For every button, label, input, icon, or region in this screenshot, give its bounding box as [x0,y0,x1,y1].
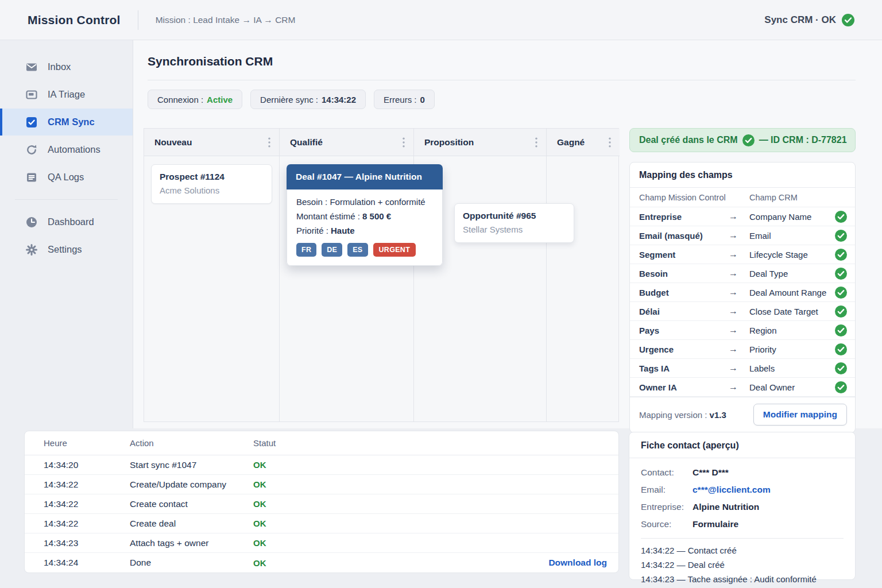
tag-de: DE [322,243,342,257]
deal-card[interactable]: Deal #1047 — Alpine Nutrition Besoin : F… [287,164,443,266]
kanban-column-title: Qualifié [290,137,323,148]
kanban-column-header: Nouveau [144,129,279,156]
kanban-board: Nouveau Prospect #1124 Acme Solutions [144,128,619,422]
modify-mapping-button[interactable]: Modifier mapping [753,404,847,425]
sidebar-divider [15,199,118,200]
banner-text: Deal çréé dans le CRM [639,135,738,145]
arrow-icon: → [729,230,749,241]
check-circle-icon [835,362,847,374]
deal-line-value: Haute [331,226,355,235]
sidebar-item-settings[interactable]: Settings [0,236,133,263]
contact-email-link[interactable]: c***@licclient.com [693,485,844,495]
sidebar-item-dashboard[interactable]: Dashboard [0,208,133,235]
sidebar-item-label: IA Triage [48,89,85,100]
check-circle-icon [835,305,847,318]
check-circle-icon [842,14,854,26]
gear-icon [25,243,38,256]
download-log-link[interactable]: Download log [548,558,618,568]
check-circle-icon [835,268,847,280]
main-content: Synchronisation CRM Connexion : Active D… [133,40,882,428]
table-row: 14:34:23 Attach tags + owner OK [25,533,618,553]
log-col-heure: Heure [44,438,130,448]
status-badge: OK [253,519,305,528]
arrow-icon: → [729,268,749,278]
banner-crm-id: — ID CRM : D-77821 [759,135,847,145]
kebab-menu-icon[interactable] [608,136,612,149]
sidebar-item-crm-sync[interactable]: CRM Sync [0,109,133,136]
sidebar: Inbox IA Triage CRM Sync Automations QA … [0,40,133,428]
check-circle-icon [742,134,755,146]
deal-line-label: Priorité : [296,226,328,235]
arrow-icon: → [729,325,749,335]
status-chips: Connexion : Active Dernière sync : 14:34… [148,90,882,109]
prospect-card[interactable]: Prospect #1124 Acme Solutions [151,164,272,204]
contact-panel-title: Fiche contact (aperçu) [629,432,855,458]
opportunity-card[interactable]: Opportunité #965 Stellar Systems [454,203,574,243]
mapping-row: Budget → Deal Amount Range [630,283,855,302]
kebab-menu-icon[interactable] [267,136,272,149]
check-circle-icon [835,343,847,355]
arrow-icon: → [729,249,749,260]
status-badge: OK [253,558,305,568]
kanban-column-body: Prospect #1124 Acme Solutions [144,156,279,212]
mapping-row: Segment → Lifecycle Stage [630,245,855,264]
check-circle-icon [835,211,847,223]
sidebar-item-label: QA Logs [48,172,84,183]
sidebar-item-label: Inbox [48,61,71,72]
crm-check-icon [25,116,38,129]
app-title: Mission Control [28,13,121,27]
breadcrumb: Mission : Lead Intake → IA → CRM [156,15,296,25]
sync-status-text: Sync CRM · OK [764,14,836,26]
right-panel: Deal çréé dans le CRM — ID CRM : D-77821… [629,128,856,433]
contact-field: Entreprise: Alpine Nutrition [641,498,844,516]
table-row: 14:34:24 Done OK Download log [25,553,618,572]
table-row: 14:34:20 Start sync #1047 OK [25,455,618,475]
card-subtitle: Stellar Systems [463,225,566,234]
kanban-column-qualifie: Qualifié Deal #1047 — Alpine Nutrition B… [280,129,414,421]
contact-field: Contact: C*** D*** [641,464,844,481]
check-circle-icon [835,324,847,336]
sync-status: Sync CRM · OK [764,14,854,26]
mapping-title: Mapping des champs [630,163,855,188]
contact-company: Alpine Nutrition [693,502,844,512]
status-badge: OK [253,479,305,489]
card-title: Opportunité #965 [463,211,566,221]
kebab-menu-icon[interactable] [534,136,539,149]
chip-value: 14:34:22 [322,95,356,105]
chip-label: Connexion : [157,95,203,105]
kanban-column-gagne: Gagné [547,129,620,421]
sidebar-item-qa-logs[interactable]: QA Logs [0,164,133,191]
check-circle-icon [835,287,847,299]
sidebar-item-label: Automations [48,144,100,155]
check-circle-icon [835,249,847,261]
deal-line-label: Montant éstimé : [296,211,360,221]
deal-line-value: 8 500 € [362,211,391,221]
arrow-icon: → [729,382,749,392]
sidebar-item-automations[interactable]: Automations [0,136,133,163]
table-row: 14:34:22 Create contact OK [25,494,618,514]
mapping-row: Tags IA → Labels [630,359,855,378]
inbox-icon [25,61,38,74]
log-col-statut: Statut [253,438,305,448]
sidebar-item-label: Settings [48,244,82,255]
clock-icon [25,216,38,229]
kebab-menu-icon[interactable] [401,136,406,149]
kanban-column-body [547,156,620,172]
contact-field: Email: c***@licclient.com [641,481,844,498]
mapping-row: Email (masqué) → Email [630,226,855,245]
arrow-icon: → [729,363,749,373]
sidebar-item-inbox[interactable]: Inbox [0,53,133,80]
mapping-column-headers: Champ Mission Control Champ CRM [630,188,855,207]
timeline-event: 14:34:22 — Deal créé [641,558,844,572]
mapping-col-to: Champ CRM [749,193,833,202]
contact-panel-body: Contact: C*** D*** Email: c***@licclient… [629,458,855,586]
card-title: Prospect #1124 [160,172,264,182]
logs-icon [25,171,38,184]
title-divider [148,80,856,80]
topbar-separator [138,10,138,30]
mapping-row: Owner IA → Deal Owner [630,378,855,397]
status-badge: OK [253,499,305,509]
contact-source: Formulaire [693,519,844,529]
sidebar-item-label: CRM Sync [48,117,95,127]
sidebar-item-ia-triage[interactable]: IA Triage [0,81,133,108]
